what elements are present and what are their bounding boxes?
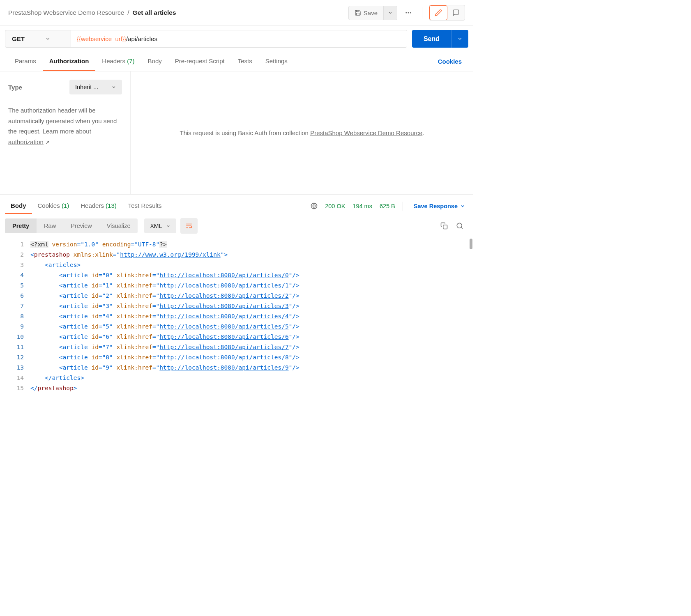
tab-tests[interactable]: Tests (231, 52, 259, 71)
divider (403, 202, 403, 211)
auth-right-column: This request is using Basic Auth from co… (131, 71, 473, 194)
breadcrumb-collection[interactable]: PrestaShop Webservice Demo Resource (8, 9, 124, 16)
send-button[interactable]: Send (412, 30, 451, 48)
wrap-lines-button[interactable] (180, 218, 198, 234)
scrollbar[interactable] (470, 239, 472, 249)
breadcrumb-separator: / (127, 9, 129, 16)
response-toolbar: Pretty Raw Preview Visualize XML (0, 214, 473, 238)
send-dropdown[interactable] (451, 30, 468, 48)
comment-icon (452, 9, 460, 16)
search-icon (456, 222, 463, 230)
format-select[interactable]: XML (144, 218, 176, 233)
header-actions: Save (348, 5, 465, 21)
wrap-icon (185, 222, 193, 230)
url-input[interactable]: {{webservice_url}}/api/articles (71, 30, 407, 47)
resp-cookies-label: Cookies (38, 202, 60, 209)
resp-tab-body[interactable]: Body (5, 198, 32, 214)
more-actions-button[interactable] (401, 6, 415, 20)
save-button-group: Save (348, 6, 397, 20)
method-url-group: GET {{webservice_url}}/api/articles (5, 30, 407, 48)
tab-authorization[interactable]: Authorization (43, 52, 96, 71)
response-meta: 200 OK 194 ms 625 B Save Response (311, 202, 468, 211)
response-time: 194 ms (352, 203, 372, 209)
http-method-value: GET (12, 35, 25, 42)
line-gutter: 123456789101112131415 (0, 239, 30, 393)
breadcrumb-request: Get all articles (133, 9, 176, 16)
auth-type-label: Type (8, 84, 22, 91)
toolbar-right (440, 222, 468, 230)
resp-tab-testresults[interactable]: Test Results (122, 198, 168, 214)
auth-learn-more-link[interactable]: authorization (8, 138, 44, 145)
search-button[interactable] (456, 222, 463, 230)
auth-inherit-message: This request is using Basic Auth from co… (180, 129, 424, 136)
auth-type-row: Type Inherit ... (8, 80, 122, 94)
url-variable: {{webservice_url}} (77, 35, 126, 42)
tab-params[interactable]: Params (8, 52, 43, 71)
response-header-row: Body Cookies (1) Headers (13) Test Resul… (0, 195, 473, 214)
url-path: /api/articles (126, 35, 157, 42)
send-group: Send (412, 30, 468, 48)
tab-headers-count: (7) (127, 57, 134, 64)
auth-collection-link[interactable]: PrestaShop Webservice Demo Resource (310, 129, 422, 136)
breadcrumb: PrestaShop Webservice Demo Resource / Ge… (8, 9, 348, 16)
view-mode-group: Pretty Raw Preview Visualize (5, 218, 138, 233)
save-label: Save (364, 9, 378, 16)
svg-line-9 (461, 227, 462, 228)
copy-icon (440, 222, 448, 230)
save-response-button[interactable]: Save Response (410, 203, 468, 209)
save-icon (355, 9, 361, 16)
svg-point-8 (457, 223, 462, 228)
chevron-down-icon (457, 36, 463, 41)
tab-body[interactable]: Body (141, 52, 168, 71)
http-method-select[interactable]: GET (5, 30, 71, 47)
resp-cookies-count: (1) (62, 202, 69, 209)
resp-tab-cookies[interactable]: Cookies (1) (32, 198, 75, 214)
auth-msg-prefix: This request is using Basic Auth from co… (180, 129, 310, 136)
request-tabs: Params Authorization Headers (7) Body Pr… (0, 52, 473, 71)
globe-icon (311, 202, 318, 209)
svg-point-0 (405, 12, 407, 14)
save-response-label: Save Response (414, 203, 458, 209)
save-button[interactable]: Save (349, 6, 383, 20)
request-header: PrestaShop Webservice Demo Resource / Ge… (0, 0, 473, 26)
svg-point-2 (410, 12, 411, 14)
auth-msg-suffix: . (422, 129, 424, 136)
resp-tab-headers[interactable]: Headers (13) (75, 198, 122, 214)
request-row: GET {{webservice_url}}/api/articles Send (0, 26, 473, 52)
more-horizontal-icon (405, 9, 412, 16)
response-tabs: Body Cookies (1) Headers (13) Test Resul… (5, 198, 167, 214)
code-content[interactable]: <?xml version="1.0" encoding="UTF-8"?> <… (30, 239, 473, 393)
view-preview[interactable]: Preview (63, 218, 99, 233)
response-size: 625 B (380, 203, 395, 209)
auth-description: The authorization header will be automat… (8, 105, 122, 147)
resp-headers-label: Headers (81, 202, 104, 209)
auth-type-select[interactable]: Inherit ... (69, 80, 122, 94)
authorization-panel: Type Inherit ... The authorization heade… (0, 71, 473, 195)
chevron-down-icon (388, 10, 393, 15)
copy-button[interactable] (440, 222, 448, 230)
comments-button[interactable] (447, 5, 465, 20)
tab-headers[interactable]: Headers (7) (95, 52, 141, 71)
format-value: XML (150, 223, 162, 229)
tab-settings[interactable]: Settings (259, 52, 294, 71)
tab-prerequest[interactable]: Pre-request Script (168, 52, 231, 71)
response-body[interactable]: 123456789101112131415 <?xml version="1.0… (0, 238, 473, 402)
edit-button[interactable] (429, 5, 447, 20)
tab-headers-label: Headers (102, 57, 125, 64)
view-raw[interactable]: Raw (37, 218, 63, 233)
external-link-icon: ↗ (45, 139, 50, 145)
save-dropdown[interactable] (383, 6, 397, 20)
divider (422, 7, 422, 18)
view-pretty[interactable]: Pretty (5, 218, 37, 233)
view-visualize[interactable]: Visualize (99, 218, 138, 233)
svg-rect-7 (443, 225, 447, 229)
network-icon[interactable] (311, 202, 318, 209)
pencil-icon (435, 9, 442, 16)
chevron-down-icon (45, 36, 51, 41)
chevron-down-icon (460, 204, 465, 209)
svg-point-1 (408, 12, 409, 14)
auth-left-column: Type Inherit ... The authorization heade… (0, 71, 131, 194)
chevron-down-icon (111, 85, 116, 90)
cookies-link[interactable]: Cookies (435, 52, 465, 71)
response-status: 200 OK (325, 203, 345, 209)
